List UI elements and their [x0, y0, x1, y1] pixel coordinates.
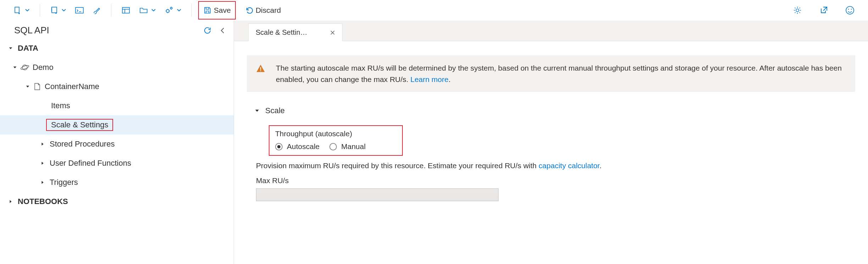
caret-right-icon	[40, 142, 45, 147]
leaf-label: Stored Procedures	[50, 139, 115, 149]
leaf-label: Scale & Settings	[51, 120, 108, 129]
caret-down-icon	[13, 65, 17, 70]
svg-point-7	[846, 6, 854, 14]
caret-down-icon	[255, 108, 260, 113]
layout-button[interactable]	[118, 3, 134, 17]
warning-icon	[256, 62, 265, 75]
settings-button[interactable]	[789, 3, 806, 17]
node-label: Demo	[33, 63, 54, 72]
sidebar-item-triggers[interactable]: Triggers	[0, 173, 234, 192]
sidebar-node-demo[interactable]: Demo	[0, 58, 234, 77]
tab-strip: Scale & Settin…	[234, 21, 868, 41]
svg-rect-13	[260, 70, 261, 71]
category-label: DATA	[18, 44, 38, 53]
sidebar-category-notebooks[interactable]: NOTEBOOKS	[0, 192, 234, 211]
radio-label: Manual	[341, 142, 366, 151]
info-text: The starting autoscale max RU/s will be …	[276, 62, 846, 85]
save-icon	[203, 6, 212, 15]
folder-button[interactable]	[135, 3, 160, 17]
svg-point-11	[21, 65, 29, 70]
svg-point-5	[171, 7, 172, 9]
learn-more-link[interactable]: Learn more	[411, 75, 449, 83]
gear-icon	[793, 6, 802, 15]
notebook-add-button[interactable]	[46, 3, 70, 17]
throughput-label: Throughput (autoscale)	[275, 130, 396, 138]
sidebar-node-container[interactable]: ContainerName	[0, 77, 234, 96]
leaf-label: Items	[51, 101, 70, 110]
discard-label: Discard	[256, 6, 281, 15]
feedback-button[interactable]	[842, 3, 858, 17]
sidebar-item-user-defined-functions[interactable]: User Defined Functions	[0, 154, 234, 173]
capacity-calculator-link[interactable]: capacity calculator	[539, 161, 600, 170]
radio-label: Autoscale	[287, 142, 319, 151]
content-pane: Scale & Settin… The starting autoscale m…	[234, 21, 868, 264]
folder-icon	[139, 6, 148, 15]
throughput-autoscale-radio[interactable]: Autoscale	[275, 142, 319, 151]
settings-advanced-button[interactable]	[161, 3, 185, 17]
save-label: Save	[214, 6, 231, 15]
sidebar: SQL API DATA Demo	[0, 21, 234, 264]
save-button[interactable]: Save	[203, 3, 231, 17]
tab-close-button[interactable]	[330, 30, 335, 35]
max-ru-input[interactable]	[256, 188, 499, 201]
chevron-down-icon	[25, 8, 30, 13]
svg-rect-2	[76, 7, 83, 13]
scale-section-label: Scale	[265, 106, 285, 115]
chevron-left-icon	[219, 27, 226, 34]
brush-button[interactable]	[89, 3, 105, 17]
document-plus-icon	[13, 6, 22, 15]
save-button-highlight: Save	[198, 1, 236, 20]
info-bar: The starting autoscale max RU/s will be …	[247, 55, 855, 92]
radio-icon-selected	[275, 143, 283, 150]
svg-rect-0	[15, 7, 19, 13]
leaf-label: Triggers	[50, 178, 78, 187]
throughput-manual-radio[interactable]: Manual	[329, 142, 366, 151]
category-label: NOTEBOOKS	[18, 197, 68, 206]
throughput-highlight: Throughput (autoscale) Autoscale Manual	[269, 125, 403, 156]
radio-icon	[329, 143, 337, 150]
external-icon	[819, 6, 828, 15]
svg-point-6	[796, 9, 799, 12]
provision-text-b: .	[600, 161, 602, 170]
brush-icon	[93, 6, 101, 15]
highlight-box: Scale & Settings	[46, 119, 113, 131]
planet-icon	[21, 63, 29, 72]
toolbar-separator	[111, 4, 111, 17]
refresh-button[interactable]	[203, 26, 212, 35]
console-button[interactable]	[71, 3, 88, 17]
refresh-icon	[203, 26, 212, 35]
leaf-label: User Defined Functions	[50, 159, 131, 168]
discard-button[interactable]: Discard	[241, 3, 284, 17]
chevron-down-icon	[61, 8, 66, 13]
document-icon	[33, 82, 41, 91]
new-item-button[interactable]	[10, 3, 33, 17]
chevron-down-icon	[151, 8, 156, 13]
sidebar-item-stored-procedures[interactable]: Stored Procedures	[0, 134, 234, 154]
sidebar-title: SQL API	[14, 25, 49, 36]
toolbar-separator	[40, 4, 40, 17]
sidebar-item-items[interactable]: Items	[0, 96, 234, 115]
layout-icon	[121, 6, 130, 15]
tab-scale-settings[interactable]: Scale & Settin…	[248, 23, 343, 41]
svg-rect-1	[52, 7, 57, 13]
open-external-button[interactable]	[816, 3, 832, 17]
svg-point-8	[848, 9, 849, 10]
caret-right-icon	[40, 161, 45, 166]
console-icon	[75, 6, 84, 15]
svg-rect-12	[260, 67, 261, 70]
scale-section-header[interactable]: Scale	[255, 106, 855, 115]
collapse-button[interactable]	[219, 27, 226, 34]
notebook-plus-icon	[50, 6, 59, 15]
caret-down-icon	[9, 46, 13, 51]
caret-right-icon	[40, 180, 45, 185]
gears-icon	[165, 6, 174, 15]
caret-down-icon	[26, 84, 30, 89]
max-ru-label: Max RU/s	[256, 176, 855, 185]
smiley-icon	[845, 6, 855, 15]
sidebar-item-scale-settings[interactable]: Scale & Settings	[0, 115, 234, 134]
toolbar-separator	[191, 4, 192, 17]
sidebar-category-data[interactable]: DATA	[0, 39, 234, 58]
caret-right-icon	[9, 199, 13, 204]
provision-text-a: Provision maximum RU/s required by this …	[256, 161, 539, 170]
provision-text: Provision maximum RU/s required by this …	[256, 161, 855, 170]
